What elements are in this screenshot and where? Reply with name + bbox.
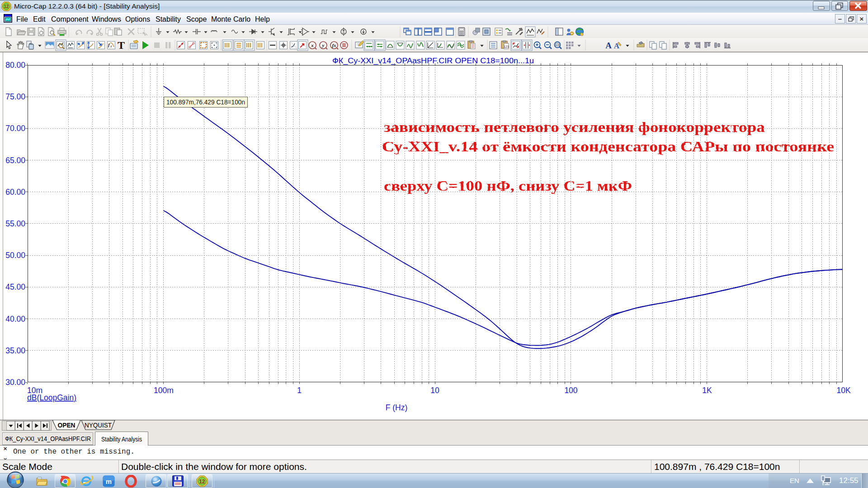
svg-text:dB(LoopGain): dB(LoopGain) [27,393,76,402]
svg-text:30.00: 30.00 [5,378,25,387]
svg-text:T: T [118,39,125,51]
svg-text:fx: fx [332,42,336,48]
svg-text:100m: 100m [154,386,174,395]
svg-text:x: x [110,44,112,48]
svg-text:45.00: 45.00 [5,282,25,291]
svg-text:Stability Analysis: Stability Analysis [101,435,142,443]
svg-text:40.00: 40.00 [5,314,25,324]
svg-text:70.00: 70.00 [5,124,25,133]
svg-text:A: A [605,41,612,50]
svg-text:зависимость петлевого усиления: зависимость петлевого усиления фонокорре… [384,119,765,135]
svg-text:55.00: 55.00 [5,219,25,228]
svg-text:сверху С=100 нФ, снизу С=1 мкФ: сверху С=100 нФ, снизу С=1 мкФ [384,178,632,194]
svg-text:F (Hz): F (Hz) [386,403,408,412]
svg-text:123: 123 [504,45,509,48]
svg-text:60.00: 60.00 [5,188,25,197]
svg-text:100.897m,76.429 C18=100n: 100.897m,76.429 C18=100n [166,98,245,106]
svg-text:35.00: 35.00 [5,346,25,355]
svg-text:12: 12 [4,4,9,9]
svg-text:12: 12 [199,479,205,485]
svg-text:ФК_Сy-XXI_v14_OPAasHPF.CIR: ФК_Сy-XXI_v14_OPAasHPF.CIR [5,435,91,442]
svg-text:50.00: 50.00 [5,251,25,260]
svg-text:ФК_Су-XXI_v14_OPAasHPF.CIR OPE: ФК_Су-XXI_v14_OPAasHPF.CIR OPEN C18=100n… [332,56,534,65]
svg-text:y: y [321,42,325,48]
svg-text:m: m [106,478,112,485]
svg-text:100: 100 [564,386,577,395]
svg-text:65.00: 65.00 [5,156,25,165]
svg-text:100: 100 [555,43,559,46]
svg-text:OPEN: OPEN [58,421,75,429]
svg-text:1K: 1K [702,386,712,395]
svg-text:10: 10 [430,386,439,395]
svg-text:1: 1 [297,386,302,395]
svg-text:10K: 10K [836,386,850,395]
svg-text:75.00: 75.00 [5,92,25,101]
svg-text:x: x [311,42,314,48]
svg-text:NYQUIST: NYQUIST [85,421,112,429]
svg-text:80.00: 80.00 [5,61,25,70]
svg-text:Су-XXI_v.14 от ёмкости конденс: Су-XXI_v.14 от ёмкости конденсатора САРы… [382,138,834,155]
